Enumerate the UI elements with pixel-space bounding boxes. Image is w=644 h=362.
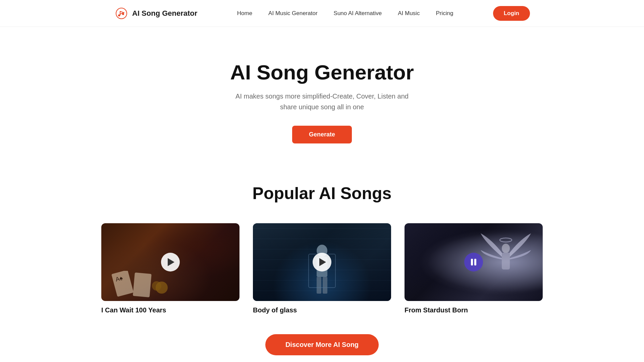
- song-thumbnail-3[interactable]: [405, 223, 543, 301]
- song-card-2[interactable]: Body of glass: [253, 223, 391, 314]
- discover-more-button[interactable]: Discover More AI Song: [265, 334, 379, 355]
- card-3-decoration: [479, 230, 533, 294]
- nav-suno-alternative[interactable]: Suno AI Alternative: [334, 10, 382, 17]
- songs-grid: A♠ I Can Wait 100 Years: [101, 223, 543, 314]
- play-button-1[interactable]: [161, 253, 180, 272]
- navbar: AI Song Generator Home AI Music Generato…: [0, 0, 644, 27]
- nav-links: Home AI Music Generator Suno AI Alternat…: [237, 10, 453, 17]
- play-button-2[interactable]: [313, 253, 331, 272]
- svg-rect-1: [111, 271, 133, 297]
- svg-point-13: [500, 238, 512, 242]
- svg-rect-8: [317, 277, 321, 294]
- play-icon-2: [319, 258, 326, 266]
- svg-rect-9: [323, 277, 327, 294]
- hero-section: AI Song Generator AI makes songs more si…: [0, 27, 644, 164]
- svg-rect-3: [133, 273, 152, 297]
- song-name-3: From Stardust Born: [405, 306, 543, 314]
- hero-subtitle: AI makes songs more simplified-Create, C…: [231, 91, 413, 112]
- generate-button[interactable]: Generate: [292, 126, 352, 143]
- svg-rect-12: [502, 253, 510, 269]
- popular-section-title: Popular AI Songs: [253, 184, 392, 203]
- nav-ai-music[interactable]: AI Music: [398, 10, 420, 17]
- play-icon-1: [168, 258, 174, 266]
- svg-point-5: [152, 281, 161, 291]
- song-card-1[interactable]: A♠ I Can Wait 100 Years: [101, 223, 239, 314]
- song-name-2: Body of glass: [253, 306, 391, 314]
- svg-point-11: [502, 244, 510, 253]
- nav-ai-music-generator[interactable]: AI Music Generator: [268, 10, 317, 17]
- card-1-decoration: A♠: [108, 271, 175, 298]
- pause-icon-3: [471, 259, 476, 265]
- logo-icon: [114, 6, 129, 21]
- login-button[interactable]: Login: [493, 6, 530, 21]
- logo[interactable]: AI Song Generator: [114, 6, 197, 21]
- song-card-3[interactable]: From Stardust Born: [405, 223, 543, 314]
- pause-button-3[interactable]: [464, 253, 483, 272]
- song-thumbnail-2[interactable]: [253, 223, 391, 301]
- song-name-1: I Can Wait 100 Years: [101, 306, 239, 314]
- nav-home[interactable]: Home: [237, 10, 252, 17]
- nav-pricing[interactable]: Pricing: [436, 10, 453, 17]
- logo-text: AI Song Generator: [132, 9, 197, 18]
- song-thumbnail-1[interactable]: A♠: [101, 223, 239, 301]
- popular-songs-section: Popular AI Songs A♠: [0, 164, 644, 362]
- hero-title: AI Song Generator: [230, 60, 414, 84]
